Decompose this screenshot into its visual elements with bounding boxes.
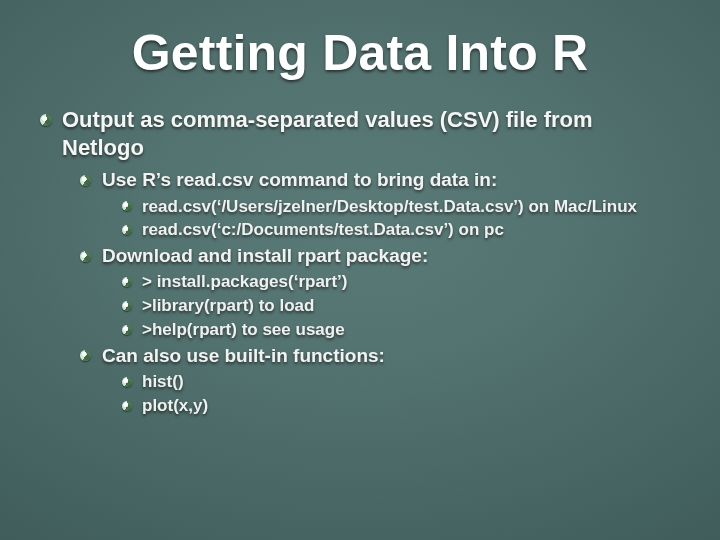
bullet-list: Output as comma-separated values (CSV) f…	[40, 106, 680, 417]
bullet-text: Output as comma-separated values (CSV) f…	[62, 107, 593, 160]
bullet-sublist: hist() plot(x,y)	[122, 371, 680, 417]
bullet-l3: read.csv(‘c:/Documents/test.Data.csv’) o…	[122, 219, 680, 241]
bullet-l3: hist()	[122, 371, 680, 393]
slide-title: Getting Data Into R	[40, 24, 680, 82]
bullet-text: Use R’s read.csv command to bring data i…	[102, 169, 497, 190]
bullet-l2: Can also use built-in functions: hist() …	[80, 344, 680, 417]
bullet-text: plot(x,y)	[142, 396, 208, 415]
bullet-sublist: read.csv(‘/Users/jzelner/Desktop/test.Da…	[122, 196, 680, 242]
bullet-l1: Output as comma-separated values (CSV) f…	[40, 106, 680, 417]
bullet-l2: Use R’s read.csv command to bring data i…	[80, 168, 680, 241]
bullet-text: Can also use built-in functions:	[102, 345, 385, 366]
bullet-text: >library(rpart) to load	[142, 296, 314, 315]
bullet-text: read.csv(‘c:/Documents/test.Data.csv’) o…	[142, 220, 504, 239]
bullet-l3: > install.packages(‘rpart’)	[122, 271, 680, 293]
bullet-l3: read.csv(‘/Users/jzelner/Desktop/test.Da…	[122, 196, 680, 218]
bullet-text: > install.packages(‘rpart’)	[142, 272, 348, 291]
bullet-l3: >library(rpart) to load	[122, 295, 680, 317]
bullet-text: >help(rpart) to see usage	[142, 320, 345, 339]
bullet-text: read.csv(‘/Users/jzelner/Desktop/test.Da…	[142, 197, 637, 216]
bullet-l3: plot(x,y)	[122, 395, 680, 417]
bullet-text: hist()	[142, 372, 184, 391]
bullet-sublist: Use R’s read.csv command to bring data i…	[80, 168, 680, 416]
slide: Getting Data Into R Output as comma-sepa…	[0, 0, 720, 540]
bullet-sublist: > install.packages(‘rpart’) >library(rpa…	[122, 271, 680, 340]
bullet-text: Download and install rpart package:	[102, 245, 428, 266]
bullet-l2: Download and install rpart package: > in…	[80, 244, 680, 341]
bullet-l3: >help(rpart) to see usage	[122, 319, 680, 341]
